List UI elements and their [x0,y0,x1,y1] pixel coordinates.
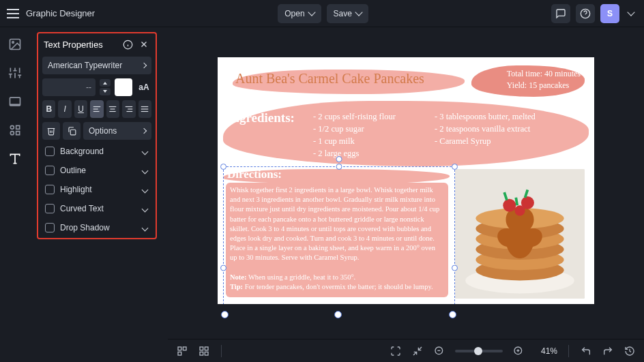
ingredient-item: - 2 cups self-rising flour [313,110,396,123]
pancake-illustration [455,169,585,299]
svg-rect-51 [183,347,186,350]
svg-rect-16 [16,125,20,129]
shapes-tool[interactable] [8,123,23,138]
font-size-input[interactable]: -- [42,78,96,96]
checkbox[interactable] [45,204,55,213]
ingredients-col-2[interactable]: - 3 tablespoons butter, melted - 2 teasp… [435,110,536,147]
selection-box[interactable] [223,166,455,304]
align-left-icon [92,104,102,114]
bottom-bar: 41% [168,339,644,362]
ingredients-label[interactable]: Ingredients: [227,110,295,125]
step-up[interactable] [100,79,111,87]
checkbox[interactable] [45,166,55,175]
checkbox[interactable] [45,147,55,156]
underline-button[interactable]: U [74,100,87,118]
resize-handle-sw[interactable] [221,311,229,318]
chevron-down-icon [142,167,149,174]
svg-rect-50 [178,347,181,350]
zoom-slider-knob[interactable] [474,347,482,355]
duplicate-button[interactable] [63,122,80,140]
align-right-icon [124,104,134,114]
account-menu-button[interactable] [625,4,637,23]
align-left-button[interactable] [90,100,103,118]
open-button[interactable]: Open [278,4,321,23]
fullscreen-button[interactable] [390,345,402,357]
step-down[interactable] [100,88,111,95]
align-justify-button[interactable] [138,100,151,118]
ingredient-item: - 2 teaspoons vanilla extract [435,123,536,135]
resize-handle-se[interactable] [449,311,456,318]
delete-button[interactable] [42,122,60,140]
font-size-stepper[interactable] [100,79,111,95]
panel-header: Text Properties [38,33,156,55]
font-family-select[interactable]: American Typewriter [42,57,151,74]
accordion-background[interactable]: Background [42,144,151,159]
ingredient-item: - 1/2 cup sugar [313,123,396,135]
checkbox[interactable] [45,185,55,194]
redo-button[interactable] [602,345,614,357]
recipe-photo[interactable] [455,169,585,299]
fit-button[interactable] [411,345,424,357]
svg-rect-18 [16,132,20,135]
recipe-title[interactable]: Aunt Bea's Carmel Cake Pancakes [235,71,424,87]
bold-button[interactable]: B [42,100,55,118]
rotate-handle[interactable] [336,156,342,162]
svg-point-47 [503,199,516,212]
align-center-button[interactable] [106,100,119,118]
accordion-outline[interactable]: Outline [42,163,151,178]
resize-handle-n[interactable] [336,164,342,170]
chevron-down-icon [308,8,315,16]
document[interactable]: Aunt Bea's Carmel Cake Pancakes Total ti… [218,57,594,304]
svg-rect-38 [70,130,76,135]
menu-icon[interactable] [7,9,19,18]
panel-title: Text Properties [44,40,103,50]
svg-line-57 [418,347,422,350]
accordion-label: Background [60,147,104,156]
options-button[interactable]: Options [83,122,151,140]
align-right-button[interactable] [122,100,135,118]
text-tool[interactable] [8,151,23,166]
undo-button[interactable] [580,345,592,357]
zoom-slider[interactable] [455,350,503,352]
accordion-curved-text[interactable]: Curved Text [42,201,151,216]
svg-line-58 [413,352,417,355]
comment-button[interactable] [551,4,570,23]
help-button[interactable] [576,4,595,23]
layers-button[interactable] [176,345,188,357]
zoom-out-button[interactable] [433,345,445,357]
chevron-down-icon [142,205,149,212]
avatar[interactable]: S [600,4,619,23]
zoom-in-button[interactable] [512,345,525,357]
resize-handle-s[interactable] [334,311,342,318]
text-case-button[interactable]: aA [136,78,151,96]
chevron-down-icon [142,224,149,231]
ingredient-item: - 3 tablespoons butter, melted [435,110,536,123]
resize-handle-e[interactable] [452,265,458,271]
text-color-swatch[interactable] [115,78,132,96]
accordion-highlight[interactable]: Highlight [42,182,151,197]
save-button[interactable]: Save [327,4,368,23]
accordion-drop-shadow[interactable]: Drop Shadow [42,220,151,235]
resize-handle-nw[interactable] [220,164,226,170]
canvas-area[interactable]: Aunt Bea's Carmel Cake Pancakes Total ti… [168,27,644,339]
frame-tool[interactable] [8,94,23,109]
adjust-tool[interactable] [8,65,23,80]
svg-rect-55 [205,352,208,355]
checkbox[interactable] [45,223,55,232]
ingredients-col-1[interactable]: - 2 cups self-rising flour - 1/2 cup sug… [313,110,396,160]
history-button[interactable] [624,345,636,357]
info-button[interactable] [121,38,134,50]
image-tool[interactable] [8,37,23,52]
italic-button[interactable]: I [58,100,71,118]
recipe-meta[interactable]: Total time: 40 minutes Yield: 15 pancake… [507,68,581,91]
help-icon [580,8,591,19]
chevron-right-icon [141,63,147,68]
grid-button[interactable] [198,345,210,357]
close-button[interactable] [138,38,150,50]
resize-handle-w[interactable] [220,265,226,271]
resize-handle-ne[interactable] [452,164,458,170]
svg-rect-52 [178,352,181,355]
chevron-down-icon [355,8,362,16]
accordion-label: Drop Shadow [60,223,110,232]
save-label: Save [334,9,352,18]
